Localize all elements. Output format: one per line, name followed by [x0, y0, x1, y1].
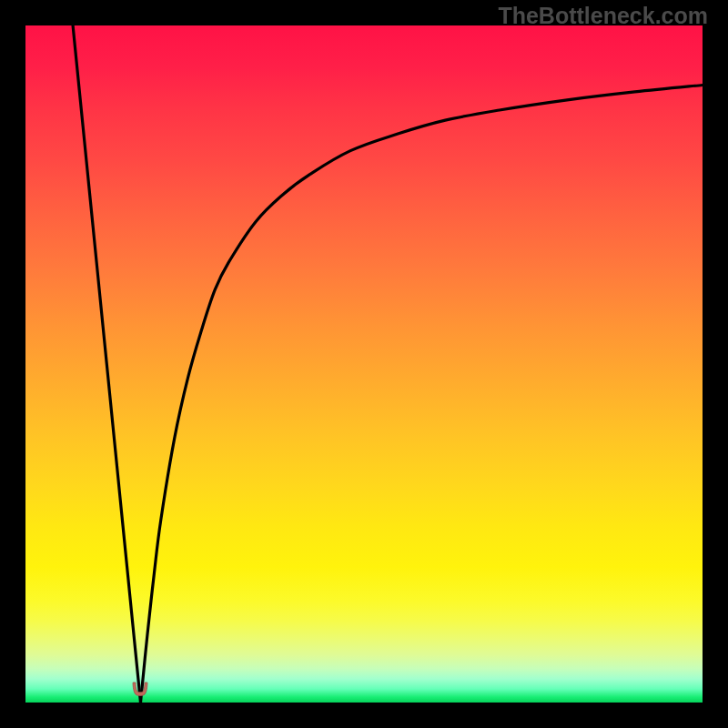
- curve-left-branch: [73, 25, 140, 703]
- plot-area: [25, 25, 703, 703]
- bottleneck-curve: [25, 25, 703, 703]
- figure-frame: TheBottleneck.com: [0, 0, 728, 728]
- curve-right-branch: [140, 85, 703, 703]
